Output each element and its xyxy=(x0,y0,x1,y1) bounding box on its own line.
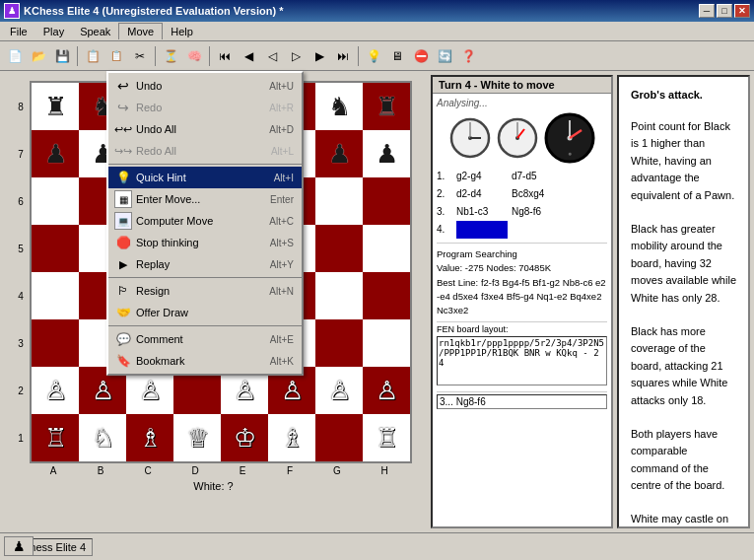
piece-br-h8: ♜ xyxy=(376,92,398,122)
back-fast-button[interactable]: ⏮ xyxy=(214,45,236,67)
cell-a8[interactable]: ♜ xyxy=(32,83,79,130)
piece-bn-g8: ♞ xyxy=(328,92,351,122)
minimize-button[interactable]: ─ xyxy=(699,4,715,18)
cell-h6[interactable] xyxy=(363,177,410,225)
screen-button[interactable]: 🖥 xyxy=(386,45,408,67)
cell-h3[interactable] xyxy=(363,319,410,367)
cell-b1[interactable]: ♘ xyxy=(79,414,126,461)
cell-a1[interactable]: ♖ xyxy=(32,414,79,461)
menu-bookmark[interactable]: 🔖 Bookmark Alt+K xyxy=(108,350,302,372)
menu-resign[interactable]: 🏳 Resign Alt+N xyxy=(108,280,302,302)
help-button[interactable]: ❓ xyxy=(457,45,479,67)
title-bar: ♟ KChess Elite 4 (Unregistered Evaluatio… xyxy=(0,0,754,22)
move-row-2: 2. d2-d4 Bc8xg4 xyxy=(437,185,607,203)
cell-h7[interactable]: ♟ xyxy=(363,130,410,177)
menu-offer-draw[interactable]: 🤝 Offer Draw xyxy=(108,302,302,323)
new-button[interactable]: 📄 xyxy=(4,45,26,67)
cell-a5[interactable] xyxy=(32,225,79,272)
move-row-4: 4. xyxy=(437,221,607,239)
search-info: Program Searching Value: -275 Nodes: 704… xyxy=(437,243,607,317)
cell-g8[interactable]: ♞ xyxy=(315,83,363,130)
move-dropdown-menu: ↩ Undo Alt+U ↪ Redo Alt+R ↩↩ Undo All Al… xyxy=(106,71,304,376)
commentary-panel: Grob's attack. Point count for Black is … xyxy=(617,75,750,528)
move-row-3: 3. Nb1-c3 Ng8-f6 xyxy=(437,203,607,221)
menu-help[interactable]: Help xyxy=(163,24,201,39)
piece-wp-f2: ♙ xyxy=(281,376,304,406)
offer-draw-icon: 🤝 xyxy=(114,304,132,321)
commentary-line-0: Point count for Black is 1 higher than W… xyxy=(625,114,742,209)
status-bar: KChess Elite 4 ♟ xyxy=(0,532,754,560)
forward-button[interactable]: ▶ xyxy=(308,45,330,67)
cell-g4[interactable] xyxy=(315,272,363,319)
resign-icon: 🏳 xyxy=(114,282,132,300)
commentary-line-2: Black has more coverage of the board, at… xyxy=(625,319,742,414)
stop-button[interactable]: ⛔ xyxy=(410,45,432,67)
cell-g7[interactable]: ♟ xyxy=(315,130,363,177)
menu-stop-thinking[interactable]: 🛑 Stop thinking Alt+S xyxy=(108,232,302,253)
cell-g2[interactable]: ♙ xyxy=(315,367,363,414)
cell-h5[interactable] xyxy=(363,225,410,272)
hint-button[interactable]: 💡 xyxy=(363,45,384,67)
move-input[interactable] xyxy=(437,394,607,409)
cell-a3[interactable] xyxy=(32,319,79,367)
close-button[interactable]: ✕ xyxy=(734,4,750,18)
cell-h8[interactable]: ♜ xyxy=(363,83,410,130)
cell-a4[interactable] xyxy=(32,272,79,319)
computer-move-icon: 💻 xyxy=(114,212,132,230)
forward-step-button[interactable]: ▷ xyxy=(285,45,307,67)
quick-hint-icon: 💡 xyxy=(114,169,132,186)
clock-button[interactable]: ⏳ xyxy=(160,45,181,67)
cell-g1[interactable] xyxy=(315,414,363,461)
maximize-button[interactable]: □ xyxy=(717,4,732,18)
menu-comment[interactable]: 💬 Comment Alt+E xyxy=(108,328,302,350)
cell-a6[interactable] xyxy=(32,177,79,225)
menu-undo[interactable]: ↩ Undo Alt+U xyxy=(108,75,302,97)
cell-h1[interactable]: ♖ xyxy=(363,414,410,461)
menu-speak[interactable]: Speak xyxy=(72,24,118,39)
menu-replay[interactable]: ▶ Replay Alt+Y xyxy=(108,253,302,275)
menu-move[interactable]: Move xyxy=(118,23,163,39)
cell-d1[interactable]: ♕ xyxy=(173,414,221,461)
cell-c1[interactable]: ♗ xyxy=(126,414,173,461)
cut-button[interactable]: ✂ xyxy=(129,45,151,67)
menu-enter-move[interactable]: ▦ Enter Move... Enter xyxy=(108,188,302,210)
stop-thinking-icon: 🛑 xyxy=(114,234,132,251)
menu-quick-hint[interactable]: 💡 Quick Hint Alt+I xyxy=(108,167,302,188)
clock-black xyxy=(497,117,538,159)
bookmark-icon: 🔖 xyxy=(114,352,132,370)
search-label: Program Searching xyxy=(437,247,607,261)
forward-fast-button[interactable]: ⏭ xyxy=(332,45,354,67)
fen-input[interactable]: r n1qkb1r/ppp1pppp/5r2/3p4/3P2N5/PPP1PP1… xyxy=(437,336,607,385)
menu-play[interactable]: Play xyxy=(35,24,72,39)
copy-button[interactable]: 📋 xyxy=(82,45,103,67)
cell-f1[interactable]: ♗ xyxy=(268,414,315,461)
commentary-line-3: Both players have comparable command of … xyxy=(625,422,742,499)
commentary-content: Grob's attack. Point count for Black is … xyxy=(619,77,748,526)
menu-bar: File Play Speak Move Help xyxy=(0,22,754,41)
cell-g3[interactable] xyxy=(315,319,363,367)
save-button[interactable]: 💾 xyxy=(51,45,73,67)
menu-file[interactable]: File xyxy=(2,24,35,39)
move-list: 1. g2-g4 d7-d5 2. d2-d4 Bc8xg4 3. Nb1-c3… xyxy=(437,168,607,239)
toolbar: 📄 📂 💾 📋 📋 ✂ ⏳ 🧠 ⏮ ◀ ◁ ▷ ▶ ⏭ 💡 🖥 ⛔ 🔄 ❓ xyxy=(0,41,754,71)
back-step-button[interactable]: ◁ xyxy=(261,45,283,67)
move-row-1: 1. g2-g4 d7-d5 xyxy=(437,168,607,185)
cell-e1[interactable]: ♔ xyxy=(221,414,268,461)
cell-a7[interactable]: ♟ xyxy=(32,130,79,177)
cell-h4[interactable] xyxy=(363,272,410,319)
cell-g5[interactable] xyxy=(315,225,363,272)
cell-g6[interactable] xyxy=(315,177,363,225)
back-button[interactable]: ◀ xyxy=(238,45,259,67)
menu-redo: ↪ Redo Alt+R xyxy=(108,97,302,118)
cell-h2[interactable]: ♙ xyxy=(363,367,410,414)
menu-redo-all: ↪↪ Redo All Alt+L xyxy=(108,140,302,162)
paste-button[interactable]: 📋 xyxy=(105,45,127,67)
redo-icon: ↪ xyxy=(114,99,132,116)
menu-undo-all[interactable]: ↩↩ Undo All Alt+D xyxy=(108,118,302,140)
menu-computer-move[interactable]: 💻 Computer Move Alt+C xyxy=(108,210,302,232)
refresh-button[interactable]: 🔄 xyxy=(434,45,455,67)
brain-button[interactable]: 🧠 xyxy=(183,45,205,67)
cell-a2[interactable]: ♙ xyxy=(32,367,79,414)
open-button[interactable]: 📂 xyxy=(28,45,49,67)
analysis-content[interactable]: Analysing... xyxy=(433,94,611,526)
